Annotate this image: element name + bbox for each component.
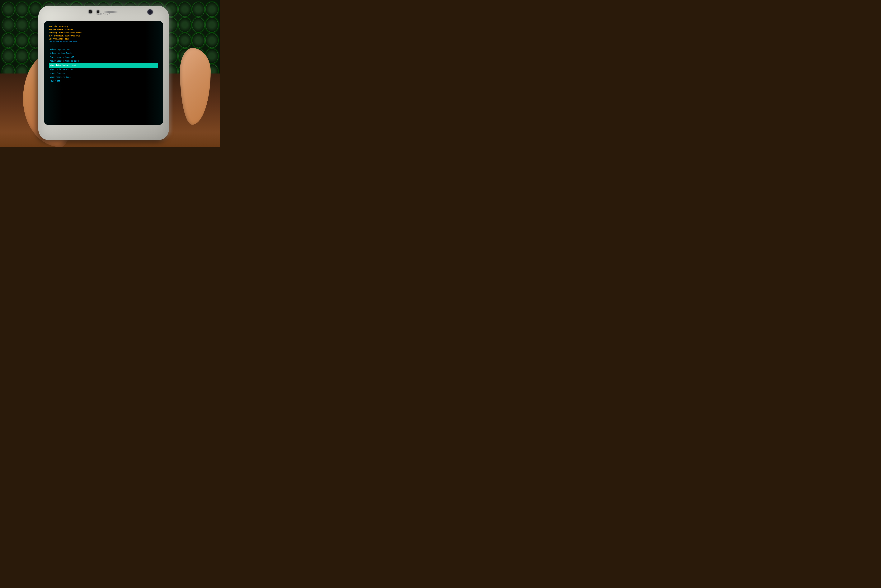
build-line-2: samsung/hero2ltexx/hero2lte [49, 31, 158, 34]
menu-item-reboot-system[interactable]: Reboot system now [49, 48, 158, 52]
keyboard-key [2, 33, 15, 48]
keyboard-key [178, 33, 191, 48]
keyboard-key [2, 2, 15, 17]
front-camera [88, 10, 93, 14]
keyboard-key [192, 33, 205, 48]
keyboard-key [2, 18, 15, 32]
keyboard-key [178, 2, 191, 17]
samsung-logo: SAMSUNG [96, 13, 111, 15]
keyboard-key [15, 33, 28, 48]
build-line-1: MMB29K.G935FXXU1CPJ2 [49, 28, 158, 31]
keyboard-key [205, 33, 218, 48]
keyboard-key [15, 48, 28, 63]
build-line-3: 6.0.1/MMB29K/G935FXXU1CPJ2 [49, 34, 158, 38]
keyboard-key [2, 48, 15, 63]
keyboard-key [205, 18, 218, 32]
menu-item-reboot-bootloader[interactable]: Reboot to bootloader [49, 52, 158, 56]
keyboard-key [15, 18, 28, 32]
menu-item-mount-system[interactable]: Mount /system [49, 72, 158, 75]
speaker-grill [103, 11, 119, 13]
build-line-4: user/release-keys [49, 38, 158, 40]
menu-item-view-logs[interactable]: View recovery logs [49, 75, 158, 79]
rear-camera [147, 9, 153, 15]
screen-bezel: Android Recovery MMB29K.G935FXXU1CPJ2 sa… [44, 21, 163, 125]
keyboard-key [192, 18, 205, 32]
menu-item-wipe-cache[interactable]: Wipe cache partition [49, 68, 158, 72]
navigation-hint: Use volume up/down and power. [49, 40, 158, 43]
keyboard-key [192, 2, 205, 17]
recovery-header: Android Recovery MMB29K.G935FXXU1CPJ2 sa… [49, 25, 158, 43]
keyboard-key [15, 2, 28, 17]
menu-item-apply-sd[interactable]: Apply update from SD card [49, 59, 158, 63]
recovery-screen: Android Recovery MMB29K.G935FXXU1CPJ2 sa… [44, 21, 163, 125]
phone-body: SAMSUNG Android Recovery MMB29K.G935FXXU… [38, 6, 169, 140]
menu-item-apply-adb[interactable]: Apply update from ADB [49, 56, 158, 59]
recovery-menu: Reboot system now Reboot to bootloader A… [49, 48, 158, 83]
recovery-title: Android Recovery [49, 25, 158, 28]
keyboard-key [178, 18, 191, 32]
keyboard-key [205, 2, 218, 17]
menu-item-wipe-factory[interactable]: Wipe data/factory reset [49, 63, 158, 68]
menu-item-power-off[interactable]: Power off [49, 79, 158, 83]
